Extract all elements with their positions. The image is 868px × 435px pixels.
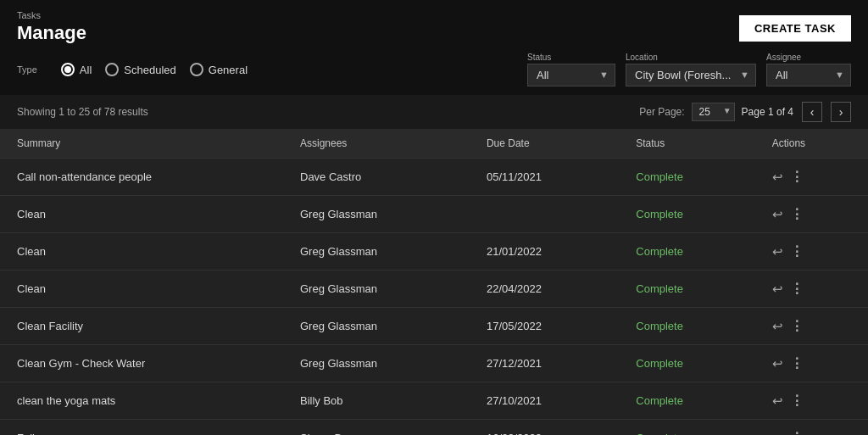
undo-button[interactable]: ↩ [772, 431, 783, 436]
table-header: Summary Assignees Due Date Status Action… [0, 129, 868, 159]
cell-summary: clean the yoga mats [0, 382, 283, 420]
cell-summary: Clean Facility [0, 308, 283, 345]
cell-assignees: Billy Bob [283, 382, 470, 420]
cell-due-date: 21/01/2022 [470, 233, 619, 270]
title-block: Tasks Manage [17, 10, 86, 44]
tasks-table: Summary Assignees Due Date Status Action… [0, 129, 868, 435]
cell-assignees: Greg Glassman [283, 233, 470, 270]
location-dropdown-wrap: Location City Bowl (Foresh... ▼ [626, 53, 756, 86]
cell-summary: Call non-attendance people [0, 159, 283, 196]
cell-summary: Follow-up [0, 420, 283, 436]
table-row: CleanGreg GlassmanComplete ↩ ⋮ [0, 196, 868, 233]
more-actions-button[interactable]: ⋮ [790, 169, 804, 185]
undo-button[interactable]: ↩ [772, 356, 783, 371]
more-actions-button[interactable]: ⋮ [790, 355, 804, 371]
header: Tasks Manage CREATE TASK [0, 0, 868, 53]
more-actions-button[interactable]: ⋮ [790, 281, 804, 297]
cell-status: Complete [619, 270, 755, 308]
table-row: Follow-upSimon Demo16/03/2023Complete ↩ … [0, 420, 868, 436]
col-actions: Actions [755, 129, 868, 159]
col-assignees: Assignees [283, 129, 470, 159]
cell-actions: ↩ ⋮ [755, 420, 868, 436]
status-select[interactable]: All Complete Incomplete [527, 64, 615, 86]
table-body: Call non-attendance peopleDave Castro05/… [0, 159, 868, 436]
per-page-area: Per Page: 25 50 100 ▼ Page 1 of 4 ‹ › [639, 102, 851, 122]
cell-summary: Clean [0, 196, 283, 233]
radio-general[interactable]: General [190, 63, 248, 76]
prev-page-button[interactable]: ‹ [802, 102, 822, 122]
radio-all-circle [61, 63, 75, 76]
cell-due-date: 16/03/2023 [470, 420, 619, 436]
assignee-label: Assignee [766, 53, 851, 62]
cell-status: Complete [619, 196, 755, 233]
location-label: Location [626, 53, 756, 62]
cell-actions: ↩ ⋮ [755, 233, 868, 270]
per-page-label: Per Page: [639, 106, 684, 118]
cell-due-date: 27/10/2021 [470, 382, 619, 420]
cell-summary: Clean Gym - Check Water [0, 345, 283, 382]
col-status: Status [619, 129, 755, 159]
radio-scheduled-circle [105, 63, 119, 76]
cell-due-date: 27/12/2021 [470, 345, 619, 382]
cell-assignees: Greg Glassman [283, 270, 470, 308]
cell-actions: ↩ ⋮ [755, 159, 868, 196]
type-radio-group: All Scheduled General [61, 63, 248, 76]
cell-due-date: 22/04/2022 [470, 270, 619, 308]
cell-actions: ↩ ⋮ [755, 270, 868, 308]
undo-button[interactable]: ↩ [772, 282, 783, 297]
more-actions-button[interactable]: ⋮ [790, 318, 804, 334]
cell-actions: ↩ ⋮ [755, 345, 868, 382]
table-row: Clean Gym - Check WaterGreg Glassman27/1… [0, 345, 868, 382]
filter-area: Type All Scheduled General Status All Co… [0, 53, 868, 95]
cell-assignees: Greg Glassman [283, 345, 470, 382]
radio-general-label: General [209, 64, 248, 76]
cell-due-date [470, 196, 619, 233]
per-page-select[interactable]: 25 50 100 [692, 103, 735, 121]
radio-scheduled[interactable]: Scheduled [105, 63, 175, 76]
assignee-dropdown-wrap: Assignee All ▼ [766, 53, 851, 86]
radio-all-label: All [80, 64, 92, 76]
table-row: clean the yoga matsBilly Bob27/10/2021Co… [0, 382, 868, 420]
cell-assignees: Greg Glassman [283, 196, 470, 233]
next-page-button[interactable]: › [831, 102, 851, 122]
assignee-select[interactable]: All [766, 64, 851, 86]
col-summary: Summary [0, 129, 283, 159]
undo-button[interactable]: ↩ [772, 393, 783, 409]
table-row: CleanGreg Glassman22/04/2022Complete ↩ ⋮ [0, 270, 868, 308]
more-actions-button[interactable]: ⋮ [790, 243, 804, 259]
cell-status: Complete [619, 308, 755, 345]
more-actions-button[interactable]: ⋮ [790, 393, 804, 409]
status-dropdown-wrap: Status All Complete Incomplete ▼ [527, 53, 615, 86]
radio-all[interactable]: All [61, 63, 92, 76]
table-row: CleanGreg Glassman21/01/2022Complete ↩ ⋮ [0, 233, 868, 270]
type-label: Type [17, 64, 37, 75]
cell-status: Complete [619, 233, 755, 270]
more-actions-button[interactable]: ⋮ [790, 206, 804, 222]
showing-text: Showing 1 to 25 of 78 results [17, 106, 148, 118]
radio-scheduled-label: Scheduled [124, 64, 175, 76]
results-bar: Showing 1 to 25 of 78 results Per Page: … [0, 95, 868, 129]
undo-button[interactable]: ↩ [772, 244, 783, 259]
location-select[interactable]: City Bowl (Foresh... [626, 64, 756, 86]
undo-button[interactable]: ↩ [772, 319, 783, 334]
cell-summary: Clean [0, 270, 283, 308]
tasks-label: Tasks [17, 10, 86, 20]
undo-button[interactable]: ↩ [772, 170, 783, 185]
cell-status: Complete [619, 420, 755, 436]
cell-summary: Clean [0, 233, 283, 270]
undo-button[interactable]: ↩ [772, 207, 783, 222]
cell-assignees: Simon Demo [283, 420, 470, 436]
cell-status: Complete [619, 159, 755, 196]
cell-actions: ↩ ⋮ [755, 308, 868, 345]
cell-status: Complete [619, 382, 755, 420]
more-actions-button[interactable]: ⋮ [790, 430, 804, 435]
page-info: Page 1 of 4 [742, 106, 793, 118]
table-container: Summary Assignees Due Date Status Action… [0, 129, 868, 435]
cell-actions: ↩ ⋮ [755, 196, 868, 233]
col-due-date: Due Date [470, 129, 619, 159]
create-task-button[interactable]: CREATE TASK [739, 15, 851, 42]
cell-assignees: Greg Glassman [283, 308, 470, 345]
status-label: Status [527, 53, 615, 62]
page-title: Manage [17, 22, 86, 44]
pagination-area: Page 1 of 4 ‹ › [742, 102, 851, 122]
